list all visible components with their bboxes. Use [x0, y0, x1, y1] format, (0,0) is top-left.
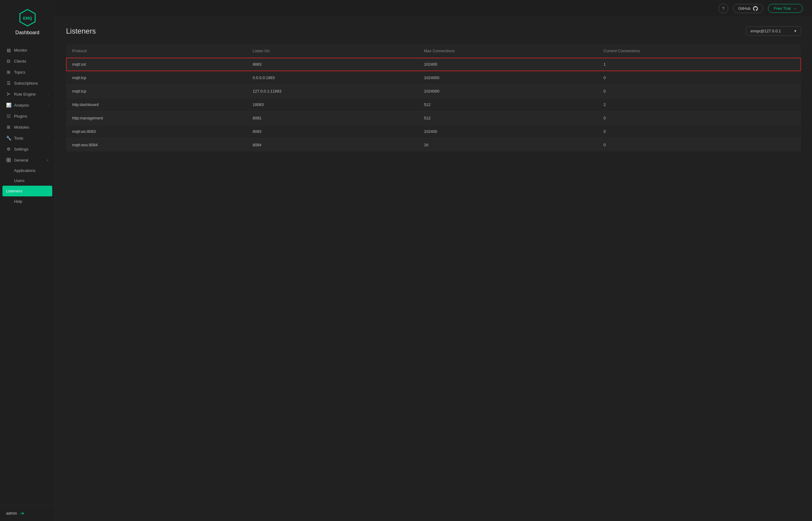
table-cell-current-connections: 0: [597, 138, 801, 152]
table-row[interactable]: mqtt:tcp0.0.0.0:188310240000: [66, 71, 801, 85]
sidebar-item-analysis[interactable]: 📊 Analysis ›: [0, 99, 55, 111]
sidebar-brand-label: Dashboard: [15, 30, 39, 36]
sidebar-item-label: Monitor: [14, 48, 49, 52]
sidebar-item-modules[interactable]: ⊞ Modules: [0, 121, 55, 133]
table-cell-max-connections: 512: [418, 98, 597, 111]
sidebar-item-subscriptions[interactable]: ☰ Subscriptions: [0, 77, 55, 89]
sidebar-item-label: Settings: [14, 147, 49, 152]
col-current-connections: Current Connections: [597, 44, 801, 58]
rule-engine-icon: [6, 92, 11, 96]
help-button[interactable]: ?: [719, 4, 728, 14]
chevron-right-icon: ›: [48, 137, 49, 140]
table-row[interactable]: http:dashboard180835122: [66, 98, 801, 111]
github-button[interactable]: GitHub: [733, 4, 763, 13]
topbar: ? GitHub Free Trial →: [55, 0, 812, 17]
table-cell-listen-on: 8081: [247, 111, 418, 125]
page-content: Listeners emqx@127.0.0.1 ▾ Protocol List…: [55, 17, 812, 521]
sidebar: EMQ Dashboard ▤ Monitor ⊟ Clients ⊞ Topi…: [0, 0, 55, 521]
github-label: GitHub: [738, 6, 751, 11]
sidebar-item-label: Rule Engine: [14, 92, 45, 96]
table-row[interactable]: http:management80815120: [66, 111, 801, 125]
emq-logo: EMQ: [18, 8, 37, 27]
table-cell-listen-on: 8883: [247, 58, 418, 71]
table-row[interactable]: mqtt:ws:808380831024000: [66, 125, 801, 138]
table-cell-max-connections: 1024000: [418, 85, 597, 98]
table-row[interactable]: mqtt:tcp127.0.0.1:1188310240000: [66, 85, 801, 98]
sidebar-item-label: Plugins: [14, 114, 49, 118]
username-label: admin: [6, 511, 17, 516]
node-selector-value: emqx@127.0.0.1: [751, 29, 781, 33]
sidebar-item-clients[interactable]: ⊟ Clients: [0, 55, 55, 67]
subscriptions-icon: ☰: [6, 81, 11, 86]
page-header: Listeners emqx@127.0.0.1 ▾: [66, 26, 801, 36]
table-cell-listen-on: 0.0.0.0:1883: [247, 71, 418, 85]
table-cell-max-connections: 102400: [418, 125, 597, 138]
free-trial-label: Free Trial: [774, 6, 791, 11]
free-trial-arrow-icon: →: [793, 6, 797, 11]
table-cell-listen-on: 8084: [247, 138, 418, 152]
table-cell-listen-on: 18083: [247, 98, 418, 111]
sidebar-footer: admin ⇥: [0, 505, 55, 521]
table-cell-current-connections: 2: [597, 98, 801, 111]
sidebar-subitem-applications[interactable]: Applications: [0, 165, 55, 176]
sidebar-item-plugins[interactable]: ☑ Plugins: [0, 111, 55, 121]
monitor-icon: ▤: [6, 48, 11, 52]
table-cell-protocol: mqtt:ssl: [66, 58, 247, 71]
sidebar-subitem-listeners[interactable]: Listeners: [2, 186, 52, 196]
table-cell-protocol: mqtt:ws:8083: [66, 125, 247, 138]
listeners-table: Protocol Listen On Max Connections Curre…: [66, 44, 801, 152]
table-cell-current-connections: 0: [597, 125, 801, 138]
general-icon: [6, 158, 11, 162]
chevron-right-icon: ›: [48, 93, 49, 96]
node-selector[interactable]: emqx@127.0.0.1 ▾: [746, 26, 801, 36]
sidebar-item-label: Topics: [14, 70, 49, 74]
table-cell-protocol: mqtt:tcp: [66, 71, 247, 85]
table-cell-listen-on: 127.0.0.1:11883: [247, 85, 418, 98]
sidebar-item-topics[interactable]: ⊞ Topics: [0, 67, 55, 77]
svg-rect-4: [7, 160, 8, 162]
sidebar-item-label: Modules: [14, 125, 49, 130]
sidebar-item-tools[interactable]: 🔧 Tools ›: [0, 133, 55, 143]
chevron-down-icon: ▾: [794, 29, 796, 33]
logout-button[interactable]: ⇥: [20, 510, 24, 516]
tools-icon: 🔧: [6, 136, 11, 140]
svg-text:EMQ: EMQ: [23, 16, 32, 20]
table-cell-current-connections: 0: [597, 111, 801, 125]
main-content: ? GitHub Free Trial → Listeners emqx@127…: [55, 0, 812, 521]
table-row[interactable]: mqtt:ssl88831024001: [66, 58, 801, 71]
free-trial-button[interactable]: Free Trial →: [768, 4, 803, 13]
table-cell-max-connections: 1024000: [418, 71, 597, 85]
table-body: mqtt:ssl88831024001mqtt:tcp0.0.0.0:18831…: [66, 58, 801, 152]
modules-icon: ⊞: [6, 124, 11, 130]
sidebar-item-label: Subscriptions: [14, 81, 49, 86]
page-title: Listeners: [66, 27, 96, 36]
topics-icon: ⊞: [6, 70, 11, 74]
settings-icon: ⚙: [6, 146, 11, 152]
sidebar-logo: EMQ Dashboard: [0, 0, 55, 42]
table-cell-max-connections: 16: [418, 138, 597, 152]
github-icon: [753, 6, 758, 11]
sidebar-item-label: Tools: [14, 136, 45, 140]
plugins-icon: ☑: [6, 114, 11, 118]
table-cell-protocol: mqtt:wss:8084: [66, 138, 247, 152]
sidebar-item-label: General: [14, 158, 43, 162]
listeners-table-container: Protocol Listen On Max Connections Curre…: [66, 44, 801, 152]
sidebar-item-label: Listeners: [6, 189, 49, 193]
sidebar-item-monitor[interactable]: ▤ Monitor: [0, 45, 55, 55]
table-cell-protocol: http:dashboard: [66, 98, 247, 111]
table-cell-protocol: mqtt:tcp: [66, 85, 247, 98]
sidebar-item-general[interactable]: General ∧: [0, 155, 55, 165]
sidebar-subitem-help[interactable]: Help: [0, 196, 55, 206]
sidebar-subitem-users[interactable]: Users: [0, 176, 55, 186]
sidebar-item-label: Analysis: [14, 103, 45, 108]
sidebar-item-rule-engine[interactable]: Rule Engine ›: [0, 89, 55, 99]
chevron-right-icon: ›: [48, 104, 49, 107]
table-cell-max-connections: 512: [418, 111, 597, 125]
sidebar-item-settings[interactable]: ⚙ Settings: [0, 143, 55, 155]
table-row[interactable]: mqtt:wss:80848084160: [66, 138, 801, 152]
table-header: Protocol Listen On Max Connections Curre…: [66, 44, 801, 58]
analysis-icon: 📊: [6, 103, 11, 108]
clients-icon: ⊟: [6, 59, 11, 64]
svg-rect-3: [9, 158, 10, 160]
table-cell-current-connections: 0: [597, 71, 801, 85]
